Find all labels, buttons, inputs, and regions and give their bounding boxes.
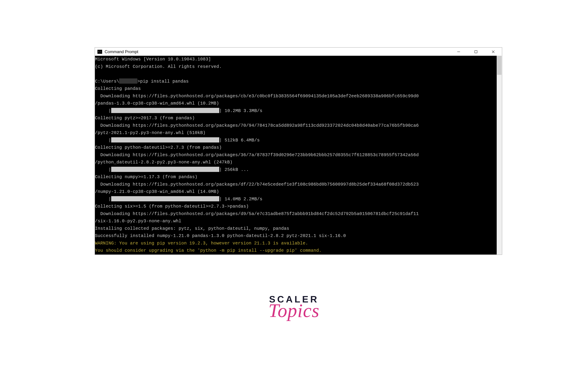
scaler-topics-logo: SCALER Topics [268, 294, 319, 322]
close-icon [491, 50, 495, 54]
download-numpy-whl: /numpy-1.21.0-cp38-cp38-win_amd64.whl (1… [95, 188, 497, 196]
command-prompt-icon: C:\ [97, 50, 102, 54]
maximize-icon [474, 50, 478, 54]
collecting-pytz: Collecting pytz>=2017.3 (from pandas) [95, 114, 497, 122]
download-dateutil-whl: /python_dateutil-2.8.2-py2.py3-none-any.… [95, 159, 497, 166]
progress-pytz: || 512kB 6.4MB/s [95, 137, 497, 144]
window-controls [450, 48, 502, 56]
copyright: (c) Microsoft Corporation. All rights re… [95, 63, 497, 71]
logo-topics-text: Topics [268, 300, 319, 322]
redacted-username [119, 78, 137, 84]
download-six-whl: /six-1.16.0-py2.py3-none-any.whl [95, 218, 497, 225]
minimize-button[interactable] [450, 48, 467, 56]
scrollbar-thumb[interactable] [497, 56, 501, 75]
installing-line: Installing collected packages: pytz, six… [95, 225, 497, 233]
close-button[interactable] [485, 48, 502, 56]
download-numpy-url: Downloading https://files.pythonhosted.o… [95, 181, 497, 188]
download-pandas-whl: /pandas-1.3.0-cp38-cp38-win_amd64.whl (1… [95, 100, 497, 107]
progress-pandas: || 10.2MB 3.3MB/s [95, 107, 497, 115]
terminal-body: Microsoft Windows [Version 10.0.19043.10… [95, 56, 502, 254]
warning-line-2: You should consider upgrading via the 'p… [95, 247, 497, 254]
window-title: Command Prompt [105, 49, 450, 54]
os-header: Microsoft Windows [Version 10.0.19043.10… [95, 56, 497, 63]
download-pytz-url: Downloading https://files.pythonhosted.o… [95, 122, 497, 130]
progress-dateutil: || 256kB ... [95, 166, 497, 174]
download-pytz-whl: /pytz-2021.1-py2.py3-none-any.whl (510kB… [95, 129, 497, 137]
titlebar[interactable]: C:\ Command Prompt [95, 48, 502, 56]
command-prompt-window: C:\ Command Prompt Microsoft Windows [Ve… [95, 47, 502, 255]
minimize-icon [457, 50, 461, 54]
collecting-numpy: Collecting numpy>=1.17.3 (from pandas) [95, 174, 497, 181]
svg-rect-1 [475, 51, 477, 53]
download-dateutil-url: Downloading https://files.pythonhosted.o… [95, 152, 497, 159]
blank-line [95, 70, 497, 78]
collecting-pandas: Collecting pandas [95, 85, 497, 93]
terminal-output[interactable]: Microsoft Windows [Version 10.0.19043.10… [95, 56, 497, 254]
maximize-button[interactable] [467, 48, 485, 56]
prompt-line: C:\Users\>pip install pandas [95, 78, 497, 85]
download-pandas-url: Downloading https://files.pythonhosted.o… [95, 93, 497, 100]
download-six-url: Downloading https://files.pythonhosted.o… [95, 210, 497, 218]
success-line: Successfully installed numpy-1.21.0 pand… [95, 232, 497, 240]
collecting-dateutil: Collecting python-dateutil>=2.7.3 (from … [95, 144, 497, 152]
collecting-six: Collecting six>=1.5 (from python-dateuti… [95, 203, 497, 210]
progress-numpy: || 14.0MB 2.2MB/s [95, 196, 497, 203]
warning-line-1: WARNING: You are using pip version 19.2.… [95, 240, 497, 247]
scrollbar[interactable] [497, 56, 502, 254]
